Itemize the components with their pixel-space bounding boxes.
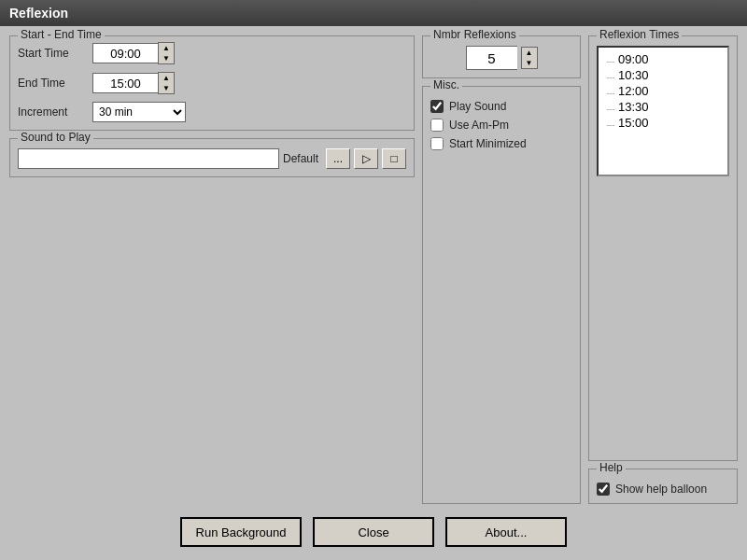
nmbr-down[interactable]: ▼	[522, 58, 537, 68]
start-end-group: Start - End Time Start Time ▲ ▼	[9, 35, 415, 131]
reflexion-times-group: Reflexion Times 09:00 10:30 12:00 13:30 …	[588, 35, 738, 461]
sound-browse-button[interactable]: ...	[326, 148, 350, 169]
play-sound-row: Play Sound	[430, 100, 572, 113]
sound-file-input[interactable]	[18, 148, 279, 169]
start-minimized-label: Start Minimized	[449, 137, 527, 150]
sound-group: Sound to Play Default ... ▷ □	[9, 138, 415, 177]
window-title: Reflexion	[9, 6, 68, 21]
start-time-label: Start Time	[18, 47, 92, 60]
misc-title: Misc.	[430, 78, 462, 91]
help-group: Help Show help balloon	[588, 469, 738, 504]
right-panel: Reflexion Times 09:00 10:30 12:00 13:30 …	[588, 35, 738, 504]
sound-stop-button[interactable]: □	[382, 148, 406, 169]
start-minimized-row: Start Minimized	[430, 137, 572, 150]
middle-panel: Nmbr Reflexions ▲ ▼ Misc.	[422, 35, 581, 504]
end-time-row: End Time ▲ ▼	[18, 72, 406, 94]
start-time-spinner: ▲ ▼	[158, 42, 175, 64]
nmbr-spinner: ▲ ▼	[521, 47, 538, 69]
nmbr-up[interactable]: ▲	[522, 48, 537, 58]
reflexion-times-title: Reflexion Times	[597, 28, 682, 41]
show-help-label: Show help balloon	[615, 483, 707, 496]
start-time-down[interactable]: ▼	[159, 53, 174, 63]
nmbr-reflexions-group: Nmbr Reflexions ▲ ▼	[422, 35, 581, 78]
sound-play-button[interactable]: ▷	[354, 148, 378, 169]
sound-inner: Default ... ▷ □	[18, 148, 406, 169]
start-minimized-checkbox[interactable]	[430, 137, 444, 150]
sound-title: Sound to Play	[18, 131, 93, 144]
main-content: Start - End Time Start Time ▲ ▼	[9, 35, 738, 504]
use-am-pm-label: Use Am-Pm	[449, 119, 509, 132]
nmbr-inner: ▲ ▼	[430, 46, 572, 70]
increment-label: Increment	[18, 105, 92, 119]
increment-select[interactable]: 30 min 15 min 60 min	[92, 102, 186, 122]
main-window: Reflexion Start - End Time Start Time ▲ …	[0, 0, 747, 560]
window-body: Start - End Time Start Time ▲ ▼	[0, 26, 747, 560]
nmbr-reflexions-field[interactable]	[466, 46, 517, 70]
help-title: Help	[597, 461, 626, 474]
use-am-pm-row: Use Am-Pm	[430, 119, 572, 132]
list-item: 13:30	[606, 99, 720, 115]
start-time-field[interactable]	[92, 43, 158, 63]
start-end-title: Start - End Time	[18, 28, 105, 41]
about-button[interactable]: About...	[445, 517, 567, 547]
show-help-checkbox[interactable]	[597, 483, 610, 496]
bottom-bar: Run Background Close About...	[9, 511, 738, 551]
nmbr-reflexions-title: Nmbr Reflexions	[430, 28, 519, 41]
increment-row: Increment 30 min 15 min 60 min	[18, 102, 406, 122]
play-sound-checkbox[interactable]	[430, 100, 444, 113]
start-time-up[interactable]: ▲	[159, 43, 174, 53]
end-time-label: End Time	[18, 77, 92, 90]
left-panel: Start - End Time Start Time ▲ ▼	[9, 35, 415, 504]
close-button[interactable]: Close	[313, 517, 434, 547]
list-item: 10:30	[606, 67, 720, 83]
end-time-field[interactable]	[92, 73, 158, 93]
list-item: 12:00	[606, 83, 720, 99]
list-item: 15:00	[606, 115, 720, 131]
start-time-row: Start Time ▲ ▼	[18, 42, 406, 64]
title-bar: Reflexion	[0, 0, 747, 26]
end-time-spinner: ▲ ▼	[158, 72, 175, 94]
times-list: 09:00 10:30 12:00 13:30 15:00	[597, 46, 729, 176]
use-am-pm-checkbox[interactable]	[430, 119, 444, 132]
end-time-input-group: ▲ ▼	[92, 72, 175, 94]
end-time-down[interactable]: ▼	[159, 83, 174, 93]
end-time-up[interactable]: ▲	[159, 73, 174, 83]
misc-group: Misc. Play Sound Use Am-Pm Start Mini	[422, 86, 581, 504]
show-help-row: Show help balloon	[597, 483, 729, 496]
start-time-input-group: ▲ ▼	[92, 42, 175, 64]
play-sound-label: Play Sound	[449, 100, 506, 113]
list-item: 09:00	[606, 51, 720, 67]
run-background-button[interactable]: Run Background	[180, 517, 302, 547]
sound-default-label: Default	[283, 152, 318, 165]
